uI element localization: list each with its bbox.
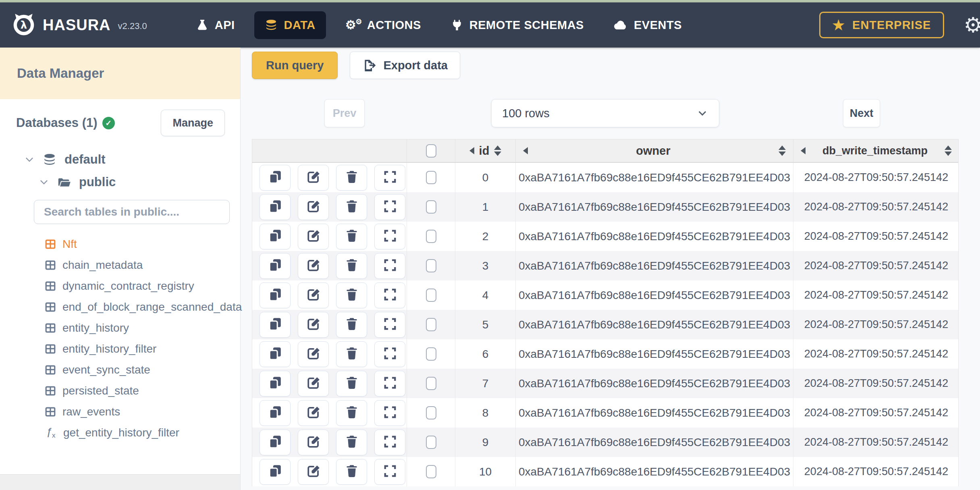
rows-per-page-select[interactable]: 100 rows	[491, 99, 719, 127]
run-query-button[interactable]: Run query	[252, 52, 338, 79]
expand-row-button[interactable]	[374, 194, 405, 220]
clone-row-button[interactable]	[260, 341, 291, 367]
nav-item-remote-schemas[interactable]: REMOTE SCHEMAS	[440, 11, 594, 39]
expand-row-button[interactable]	[374, 282, 405, 308]
sort-icon[interactable]	[494, 145, 501, 156]
clone-row-button[interactable]	[260, 194, 291, 220]
clone-row-button[interactable]	[260, 430, 291, 455]
delete-row-button[interactable]	[336, 224, 367, 249]
row-checkbox[interactable]	[426, 200, 436, 214]
expand-row-button[interactable]	[374, 430, 405, 455]
brand[interactable]: λ HASURA v2.23.0	[11, 12, 147, 38]
sidebar-table-item[interactable]: chain_metadata	[0, 255, 240, 276]
clone-row-button[interactable]	[260, 165, 291, 191]
delete-row-button[interactable]	[336, 312, 367, 338]
delete-row-button[interactable]	[336, 459, 367, 485]
header-id[interactable]: id	[455, 139, 516, 162]
prev-page-button[interactable]: Prev	[324, 99, 365, 127]
edit-row-button[interactable]	[298, 194, 329, 220]
search-tables-input[interactable]	[34, 200, 230, 224]
delete-row-button[interactable]	[336, 282, 367, 308]
nav-item-api[interactable]: API	[186, 11, 245, 39]
sidebar-table-item[interactable]: entity_history	[0, 318, 240, 338]
clone-row-button[interactable]	[260, 371, 291, 397]
nav-item-events[interactable]: EVENTS	[603, 11, 692, 39]
clone-row-button[interactable]	[260, 400, 291, 426]
header-db-write-timestamp[interactable]: db_write_timestamp	[793, 139, 959, 162]
clone-icon	[268, 375, 283, 392]
edit-row-button[interactable]	[298, 341, 329, 367]
sort-icon[interactable]	[945, 145, 952, 156]
tree-node-public[interactable]: public	[0, 171, 240, 193]
expand-row-button[interactable]	[374, 341, 405, 367]
row-checkbox[interactable]	[426, 436, 436, 449]
expand-row-button[interactable]	[374, 312, 405, 338]
expand-row-button[interactable]	[374, 459, 405, 485]
next-page-button[interactable]: Next	[843, 99, 880, 127]
row-checkbox[interactable]	[426, 171, 436, 184]
sidebar-table-item[interactable]: event_sync_state	[0, 359, 240, 380]
delete-row-button[interactable]	[336, 341, 367, 367]
tree-node-default[interactable]: default	[0, 148, 240, 171]
sidebar-table-item[interactable]: ƒx get_entity_history_filter	[0, 422, 240, 443]
sidebar-table-item[interactable]: dynamic_contract_registry	[0, 276, 240, 297]
row-checkbox[interactable]	[426, 230, 436, 243]
expand-row-button[interactable]	[374, 165, 405, 191]
sidebar-table-item[interactable]: raw_events	[0, 401, 240, 422]
collapse-column-icon[interactable]	[801, 147, 806, 154]
sort-icon[interactable]	[779, 145, 786, 156]
sidebar-table-item[interactable]: persisted_state	[0, 380, 240, 401]
clone-row-button[interactable]	[260, 459, 291, 485]
edit-row-button[interactable]	[298, 400, 329, 426]
row-checkbox[interactable]	[426, 406, 436, 419]
delete-row-button[interactable]	[336, 400, 367, 426]
delete-row-button[interactable]	[336, 371, 367, 397]
expand-row-button[interactable]	[374, 400, 405, 426]
chevron-down-icon[interactable]	[39, 177, 49, 187]
edit-row-button[interactable]	[298, 282, 329, 308]
delete-row-button[interactable]	[336, 430, 367, 455]
collapse-column-icon[interactable]	[469, 147, 474, 154]
delete-row-button[interactable]	[336, 165, 367, 191]
delete-row-button[interactable]	[336, 194, 367, 220]
nav-item-data[interactable]: DATA	[254, 11, 326, 39]
row-checkbox[interactable]	[426, 377, 436, 390]
edit-row-button[interactable]	[298, 459, 329, 485]
row-checkbox[interactable]	[426, 318, 436, 331]
sidebar-table-item[interactable]: end_of_block_range_scanned_data	[0, 297, 240, 318]
edit-row-button[interactable]	[298, 312, 329, 338]
header-actions	[252, 139, 407, 162]
clone-row-button[interactable]	[260, 282, 291, 308]
select-all-checkbox[interactable]	[426, 144, 436, 158]
edit-row-button[interactable]	[298, 224, 329, 249]
chevron-down-icon[interactable]	[24, 154, 35, 165]
sidebar-table-item[interactable]: entity_history_filter	[0, 338, 240, 359]
row-checkbox[interactable]	[426, 259, 436, 272]
edit-icon	[306, 463, 321, 480]
header-owner[interactable]: owner	[516, 139, 793, 162]
cell-id: 0	[455, 163, 516, 192]
edit-row-button[interactable]	[298, 165, 329, 191]
cell-db-write-timestamp: 2024-08-27T09:50:57.245142	[793, 222, 959, 251]
clone-row-button[interactable]	[260, 224, 291, 249]
export-data-button[interactable]: Export data	[350, 52, 460, 79]
edit-row-button[interactable]	[298, 430, 329, 455]
clone-row-button[interactable]	[260, 312, 291, 338]
row-checkbox[interactable]	[426, 465, 436, 478]
collapse-column-icon[interactable]	[523, 147, 528, 154]
sidebar-table-item[interactable]: Nft	[0, 234, 240, 255]
expand-row-button[interactable]	[374, 371, 405, 397]
clone-row-button[interactable]	[260, 253, 291, 279]
expand-row-button[interactable]	[374, 224, 405, 249]
nav-item-actions[interactable]: ⚙⚙ ACTIONS	[335, 11, 432, 39]
delete-row-button[interactable]	[336, 253, 367, 279]
enterprise-button[interactable]: ★ ENTERPRISE	[819, 12, 945, 38]
row-checkbox[interactable]	[426, 289, 436, 302]
edit-row-button[interactable]	[298, 371, 329, 397]
trash-icon	[345, 199, 359, 215]
edit-row-button[interactable]	[298, 253, 329, 279]
manage-button[interactable]: Manage	[161, 110, 225, 136]
gear-icon[interactable]: ⚙	[963, 15, 980, 35]
row-checkbox[interactable]	[426, 347, 436, 361]
expand-row-button[interactable]	[374, 253, 405, 279]
